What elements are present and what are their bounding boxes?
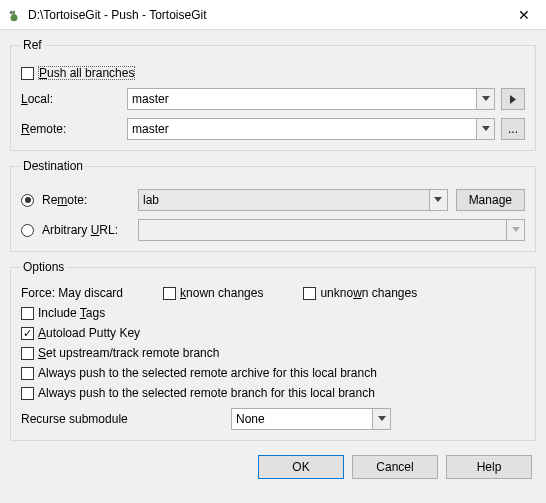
autoload-putty-checkbox[interactable]: Autoload Putty Key Autoload Putty Key <box>21 326 525 340</box>
titlebar: D:\TortoiseGit - Push - TortoiseGit ✕ <box>0 0 546 30</box>
chevron-down-icon <box>506 220 524 240</box>
options-legend: Options <box>21 260 66 274</box>
checkbox-icon <box>21 327 34 340</box>
remote-branch-combo[interactable]: master <box>127 118 495 140</box>
local-branch-value: master <box>132 92 169 106</box>
set-upstream-checkbox[interactable]: Set upstream/track remote branch Set ups… <box>21 346 525 360</box>
checkbox-icon <box>21 307 34 320</box>
local-branch-browse-button[interactable] <box>501 88 525 110</box>
local-label: Local: <box>21 92 121 106</box>
ref-group: Ref PPush all branchesush all branches L… <box>10 38 536 151</box>
cancel-label: Cancel <box>376 460 413 474</box>
close-button[interactable]: ✕ <box>501 0 546 29</box>
help-label: Help <box>477 460 502 474</box>
always-archive-label: Always push to the selected remote archi… <box>38 366 377 380</box>
svg-point-0 <box>11 14 18 21</box>
checkbox-icon <box>21 347 34 360</box>
recurse-value: None <box>236 412 265 426</box>
chevron-down-icon <box>476 119 494 139</box>
always-push-archive-checkbox[interactable]: Always push to the selected remote archi… <box>21 366 525 380</box>
checkbox-icon <box>163 287 176 300</box>
destination-group: Destination Remote: Remote: lab Manage A… <box>10 159 536 252</box>
remote-browse-button[interactable]: ... <box>501 118 525 140</box>
dialog-body: Ref PPush all branchesush all branches L… <box>0 30 546 503</box>
app-icon <box>6 7 22 23</box>
close-icon: ✕ <box>518 7 530 23</box>
destination-remote-radio[interactable] <box>21 194 34 207</box>
checkbox-icon <box>303 287 316 300</box>
always-push-branch-checkbox[interactable]: Always push to the selected remote branc… <box>21 386 525 400</box>
remote-branch-value: master <box>132 122 169 136</box>
ref-legend: Ref <box>21 38 44 52</box>
options-group: Options Force: May discard known changes… <box>10 260 536 441</box>
arbitrary-url-label: Arbitrary URL: <box>42 223 130 237</box>
arbitrary-url-combo <box>138 219 525 241</box>
checkbox-icon <box>21 67 34 80</box>
ellipsis-icon: ... <box>508 122 518 136</box>
recurse-label: Recurse submodule <box>21 412 221 426</box>
recurse-submodule-combo[interactable]: None <box>231 408 391 430</box>
manage-button[interactable]: Manage <box>456 189 525 211</box>
unknown-changes-checkbox[interactable]: unknown changes unknown changes <box>303 286 417 300</box>
remote-label: Remote: <box>21 122 121 136</box>
local-branch-combo[interactable]: master <box>127 88 495 110</box>
arbitrary-url-radio[interactable] <box>21 224 34 237</box>
force-label: Force: May discard <box>21 286 123 300</box>
ok-label: OK <box>292 460 309 474</box>
svg-rect-1 <box>13 10 15 14</box>
help-button[interactable]: Help <box>446 455 532 479</box>
checkbox-icon <box>21 367 34 380</box>
manage-label: Manage <box>469 193 512 207</box>
include-tags-checkbox[interactable]: Include Tags Include Tags <box>21 306 525 320</box>
chevron-down-icon <box>372 409 390 429</box>
known-changes-checkbox[interactable]: known changes known changes <box>163 286 263 300</box>
window-title: D:\TortoiseGit - Push - TortoiseGit <box>28 8 501 22</box>
chevron-down-icon <box>429 190 447 210</box>
triangle-right-icon <box>510 95 517 104</box>
checkbox-icon <box>21 387 34 400</box>
ok-button[interactable]: OK <box>258 455 344 479</box>
push-all-branches-checkbox[interactable]: PPush all branchesush all branches <box>21 66 525 80</box>
cancel-button[interactable]: Cancel <box>352 455 438 479</box>
destination-remote-combo[interactable]: lab <box>138 189 448 211</box>
always-branch-label: Always push to the selected remote branc… <box>38 386 375 400</box>
chevron-down-icon <box>476 89 494 109</box>
destination-legend: Destination <box>21 159 85 173</box>
destination-remote-value: lab <box>143 193 159 207</box>
destination-remote-label: Remote: <box>42 193 130 207</box>
svg-point-2 <box>10 10 14 14</box>
dialog-buttons: OK Cancel Help <box>10 449 536 479</box>
